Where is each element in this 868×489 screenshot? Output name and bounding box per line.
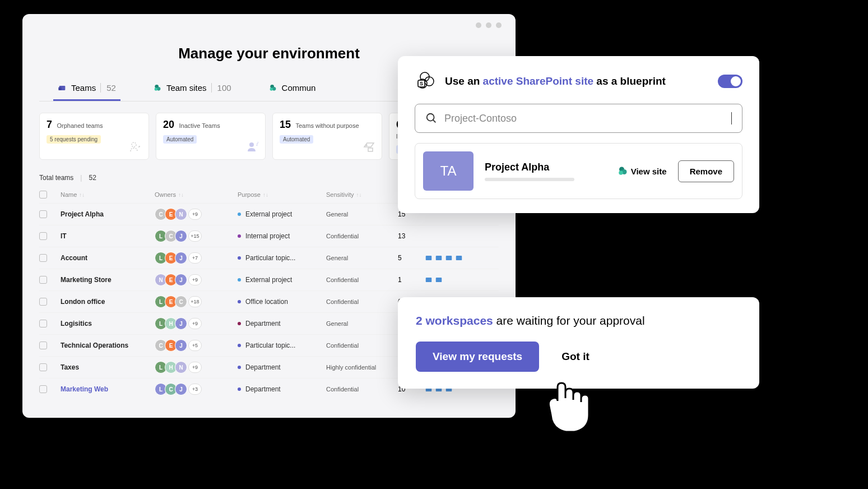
row-checkbox[interactable] <box>39 320 47 327</box>
team-sensitivity: Highly confidential <box>326 364 393 371</box>
row-checkbox[interactable] <box>39 210 47 218</box>
avatar: J <box>175 383 187 395</box>
team-name[interactable]: Logisitics <box>61 320 150 327</box>
sort-icon: ↑↓ <box>178 192 184 198</box>
team-name[interactable]: IT <box>61 232 150 240</box>
stat-icon <box>129 140 143 154</box>
tab-count: 100 <box>211 83 231 93</box>
owner-avatars: CEJ+5 <box>155 339 233 352</box>
stat-badge: 5 requests pending <box>47 135 101 144</box>
avatar: J <box>175 252 187 264</box>
view-site-link[interactable]: View site <box>618 166 667 176</box>
stat-label: Orphaned teams <box>57 122 103 129</box>
avatar-more[interactable]: +9 <box>188 274 202 285</box>
window-dot[interactable] <box>476 22 481 28</box>
got-it-button[interactable]: Got it <box>561 350 590 363</box>
team-purpose: Department <box>238 363 322 371</box>
view-requests-button[interactable]: View my requests <box>416 342 539 372</box>
team-purpose: Particular topic... <box>238 254 322 262</box>
avatar-more[interactable]: +7 <box>188 252 202 264</box>
svg-point-4 <box>155 87 157 90</box>
team-sensitivity: Confidential <box>326 386 393 393</box>
avatar-more[interactable]: +18 <box>188 296 202 307</box>
col-name[interactable]: Name↑↓ <box>61 191 150 198</box>
team-name[interactable]: Technical Operations <box>61 342 150 349</box>
site-avatar: TA <box>423 151 474 191</box>
svg-point-33 <box>619 170 623 175</box>
blueprint-title: Use an active SharePoint site as a bluep… <box>445 75 710 87</box>
team-name[interactable]: Account <box>61 254 150 262</box>
avatar-more[interactable]: +3 <box>188 384 202 395</box>
svg-text:S: S <box>420 81 423 86</box>
search-icon <box>425 112 438 124</box>
team-sensitivity: Confidential <box>326 342 393 349</box>
col-owners[interactable]: Owners↑↓ <box>155 191 233 198</box>
owner-avatars: LHJ+9 <box>155 317 233 330</box>
blueprint-toggle[interactable] <box>718 75 742 88</box>
window-dot[interactable] <box>486 22 491 28</box>
stat-card[interactable]: 15 Teams without purposeAutomated <box>272 113 382 160</box>
window-controls <box>476 22 502 28</box>
stat-number: 20 <box>163 119 174 130</box>
avatar-more[interactable]: +15 <box>188 230 202 242</box>
avatar: J <box>175 339 187 352</box>
row-checkbox[interactable] <box>39 363 47 371</box>
team-name[interactable]: Project Alpha <box>61 210 150 218</box>
col-purpose[interactable]: Purpose↑↓ <box>238 191 322 198</box>
table-row[interactable]: ITLCJ+15Internal projectConfidential13 <box>39 225 499 247</box>
tab-team-sites[interactable]: Team sites100 <box>148 76 236 101</box>
team-name[interactable]: Taxes <box>61 363 150 371</box>
avatar: J <box>175 317 187 330</box>
owner-avatars: LCJ+15 <box>155 230 233 242</box>
avatar-more[interactable]: +9 <box>188 209 202 220</box>
stat-label: Teams without purpose <box>295 122 359 129</box>
table-row[interactable]: AccountLEJ+7Particular topic...General5 <box>39 247 499 269</box>
blueprint-panel: S Use an active SharePoint site as a blu… <box>398 56 759 213</box>
svg-rect-18 <box>456 256 462 260</box>
stat-icon <box>363 140 376 154</box>
row-checkbox[interactable] <box>39 232 47 240</box>
team-member-count: 1 <box>398 276 420 284</box>
site-search[interactable] <box>415 104 742 133</box>
team-purpose: External project <box>238 276 322 284</box>
stat-badge: Automated <box>163 135 197 144</box>
stat-card[interactable]: 7 Orphaned teams5 requests pending <box>39 113 149 160</box>
avatar: J <box>175 274 187 286</box>
avatar-more[interactable]: +9 <box>188 318 202 329</box>
svg-text:z: z <box>257 141 259 144</box>
site-progress <box>485 178 574 181</box>
divider: | <box>80 174 82 182</box>
team-name[interactable]: London office <box>61 298 150 306</box>
row-checkbox[interactable] <box>39 298 47 306</box>
team-name[interactable]: Marketing Store <box>61 276 150 284</box>
select-all-checkbox[interactable] <box>39 191 47 199</box>
table-row[interactable]: Marketing StoreNEJ+9External projectConf… <box>39 269 499 290</box>
tab-label: Team sites <box>166 83 207 93</box>
row-checkbox[interactable] <box>39 385 47 393</box>
tab-teams[interactable]: Teams52 <box>53 76 120 101</box>
stat-badge: Automated <box>280 135 313 144</box>
svg-rect-17 <box>446 256 452 260</box>
svg-rect-19 <box>426 278 432 282</box>
site-name: Project Alpha <box>485 162 606 173</box>
team-name[interactable]: Marketing Web <box>61 385 150 393</box>
team-purpose: Office location <box>238 298 322 306</box>
row-checkbox[interactable] <box>39 254 47 262</box>
team-sensitivity: General <box>326 320 393 327</box>
remove-button[interactable]: Remove <box>678 160 734 182</box>
approval-message: 2 workspaces are waiting for your approv… <box>416 314 741 327</box>
window-dot[interactable] <box>496 22 502 28</box>
sharepoint-icon <box>618 166 628 176</box>
col-sensitivity[interactable]: Sensitivity↑↓ <box>326 191 393 198</box>
avatar-more[interactable]: +9 <box>188 362 202 373</box>
team-purpose: Department <box>238 320 322 327</box>
stat-card[interactable]: 20 Inactive TeamsAutomatedzz <box>156 113 266 160</box>
sharepoint-blueprint-icon: S <box>415 70 437 93</box>
avatar-more[interactable]: +5 <box>188 340 202 351</box>
team-purpose: Department <box>238 385 322 393</box>
site-search-input[interactable] <box>444 113 725 124</box>
row-checkbox[interactable] <box>39 342 47 349</box>
row-checkbox[interactable] <box>39 276 47 284</box>
owner-avatars: LCJ+3 <box>155 383 233 395</box>
tab-commun[interactable]: Commun <box>264 76 321 101</box>
